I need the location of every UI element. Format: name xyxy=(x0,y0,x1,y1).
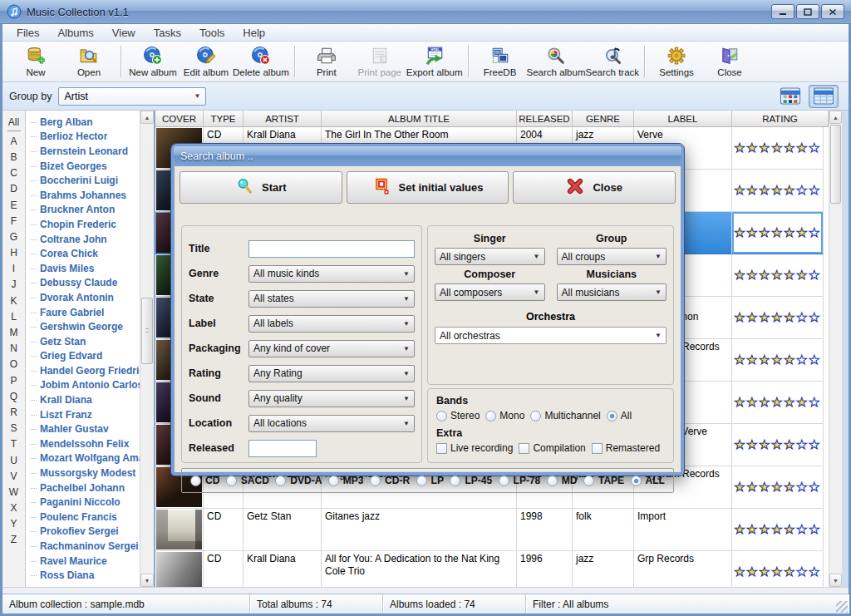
artist-list-item[interactable]: Mahler Gustav xyxy=(26,421,140,436)
artist-list-item[interactable]: Berlioz Hector xyxy=(26,130,140,145)
alphabet-item-d[interactable]: D xyxy=(10,181,17,197)
alphabet-item-w[interactable]: W xyxy=(9,484,18,500)
bands-option-all[interactable]: All xyxy=(607,410,632,421)
alphabet-item-r[interactable]: R xyxy=(10,404,17,420)
media-option-md[interactable]: MD xyxy=(547,475,578,486)
media-option-tape[interactable]: TAPE xyxy=(583,475,624,486)
media-option-cd-r[interactable]: CD-R xyxy=(370,475,410,486)
artist-list-item[interactable]: Brahms Johannes xyxy=(26,188,140,203)
bands-option-stereo[interactable]: Stereo xyxy=(436,410,480,421)
artist-list-item[interactable]: Chopin Frederic xyxy=(26,217,140,232)
scroll-up-icon[interactable]: ▲ xyxy=(829,111,842,124)
artist-list-item[interactable]: Poulenc Francis xyxy=(26,510,140,525)
scroll-down-icon[interactable]: ▼ xyxy=(829,574,842,587)
artist-list-item[interactable]: Pachelbel Johann xyxy=(26,480,140,495)
artist-list-item[interactable]: Berg Alban xyxy=(26,115,140,130)
alphabet-item-o[interactable]: O xyxy=(10,357,17,372)
alphabet-item-j[interactable]: J xyxy=(12,277,17,293)
alphabet-item-m[interactable]: M xyxy=(10,324,18,340)
sound-dropdown[interactable]: Any quality▼ xyxy=(248,390,415,407)
close-button[interactable]: Close xyxy=(703,42,756,81)
scroll-up-icon[interactable]: ▲ xyxy=(140,111,154,124)
alphabet-item-z[interactable]: Z xyxy=(11,532,17,548)
column-header-label[interactable]: LABEL xyxy=(634,111,732,127)
maximize-button[interactable] xyxy=(796,4,819,19)
artist-list-item[interactable]: Corea Chick xyxy=(26,246,140,261)
alphabet-item-a[interactable]: A xyxy=(10,133,17,149)
media-option-mp3[interactable]: MP3 xyxy=(328,475,364,486)
extra-option-live-recording[interactable]: Live recording xyxy=(436,442,513,454)
column-header-released[interactable]: RELEASED xyxy=(517,111,573,127)
artist-list-item[interactable]: Prokofiev Sergei xyxy=(26,525,140,540)
location-dropdown[interactable]: All locations▼ xyxy=(248,415,415,432)
column-header-album-title[interactable]: ALBUM TITLE xyxy=(322,111,517,127)
alphabet-item-t[interactable]: T xyxy=(11,436,17,452)
alphabet-item-f[interactable]: F xyxy=(11,213,17,229)
freedb-button[interactable]: FreeDB xyxy=(474,42,527,81)
alphabet-item-n[interactable]: N xyxy=(10,341,17,357)
new-button[interactable]: New xyxy=(9,42,62,81)
artist-list-item[interactable]: Davis Miles xyxy=(26,261,140,276)
artist-list-item[interactable]: Grieg Edvard xyxy=(26,349,140,364)
artist-list-item[interactable]: Jobim Antonio Carlos xyxy=(26,378,140,393)
export-album-button[interactable]: HTMLExport album xyxy=(406,42,463,81)
table-row[interactable]: CDKrall DianaAll for You: A Dedication t… xyxy=(155,551,829,587)
alphabet-item-all[interactable]: All xyxy=(8,114,19,130)
dialog-set-initial-values-button[interactable]: Set initial values xyxy=(347,171,509,204)
settings-button[interactable]: Settings xyxy=(650,42,703,81)
artist-list-item[interactable]: Bernstein Leonard xyxy=(26,144,140,159)
menu-item-albums[interactable]: Albums xyxy=(48,25,102,41)
resize-grip[interactable] xyxy=(836,601,848,613)
menu-item-help[interactable]: Help xyxy=(234,25,274,41)
scroll-down-icon[interactable]: ▼ xyxy=(140,574,154,587)
group-dropdown[interactable]: All croups▼ xyxy=(557,248,667,265)
alphabet-item-s[interactable]: S xyxy=(10,421,17,436)
search-album-button[interactable]: Search album xyxy=(527,42,586,81)
table-row[interactable]: CDGetz StanGitanes jazz1998folkImport★★★… xyxy=(155,509,829,551)
singer-dropdown[interactable]: All singers▼ xyxy=(435,248,545,265)
artist-list-item[interactable]: Krall Diana xyxy=(26,392,140,407)
artist-list-item[interactable]: Rachmaninov Sergei xyxy=(26,539,140,554)
view-table-button[interactable] xyxy=(809,85,839,108)
alphabet-item-e[interactable]: E xyxy=(10,197,17,213)
alphabet-item-x[interactable]: X xyxy=(10,500,17,516)
alphabet-item-i[interactable]: I xyxy=(12,261,15,277)
orchestra-dropdown[interactable]: All orchestras ▼ xyxy=(435,327,667,344)
open-button[interactable]: Open xyxy=(62,42,116,81)
alphabet-item-h[interactable]: H xyxy=(10,245,17,261)
genre-dropdown[interactable]: All music kinds▼ xyxy=(248,265,415,283)
group-by-dropdown[interactable]: Artist ▼ xyxy=(58,87,206,106)
column-header-genre[interactable]: GENRE xyxy=(573,111,634,127)
artist-list-item[interactable]: Mussorgsky Modest xyxy=(26,466,140,480)
search-track-button[interactable]: Search track xyxy=(586,42,640,81)
alphabet-item-p[interactable]: P xyxy=(10,372,17,388)
close-window-button[interactable] xyxy=(821,4,844,19)
artist-list-item[interactable]: Debussy Claude xyxy=(26,276,140,291)
artist-list-item[interactable]: Liszt Franz xyxy=(26,407,140,422)
artist-list-item[interactable]: Faure Gabriel xyxy=(26,305,140,320)
media-option-lp-45[interactable]: LP-45 xyxy=(450,475,492,486)
menu-item-tasks[interactable]: Tasks xyxy=(145,25,190,41)
delete-album-button[interactable]: Delete album xyxy=(233,42,289,81)
alphabet-item-l[interactable]: L xyxy=(11,308,17,324)
artist-list-item[interactable]: Ravel Maurice xyxy=(26,554,140,569)
artist-list-item[interactable]: Dvorak Antonin xyxy=(26,290,140,305)
media-option-all[interactable]: ALL xyxy=(631,475,665,486)
artist-list-item[interactable]: Getz Stan xyxy=(26,334,140,349)
table-scrollbar[interactable]: ▲ ▼ xyxy=(829,111,842,587)
print-page-button[interactable]: Print page xyxy=(353,42,406,81)
packaging-dropdown[interactable]: Any kind of cover▼ xyxy=(248,340,415,357)
minimize-button[interactable] xyxy=(771,4,794,19)
column-header-type[interactable]: TYPE xyxy=(204,111,243,127)
released-input[interactable] xyxy=(248,440,317,457)
alphabet-item-c[interactable]: C xyxy=(10,165,17,181)
state-dropdown[interactable]: All states▼ xyxy=(248,290,415,308)
media-option-sacd[interactable]: SACD xyxy=(226,475,269,486)
artist-list-item[interactable]: Gershwin George xyxy=(26,319,140,334)
view-thumbnails-button[interactable] xyxy=(775,85,805,108)
alphabet-item-q[interactable]: Q xyxy=(10,388,17,404)
extra-option-remastered[interactable]: Remastered xyxy=(592,442,660,454)
new-album-button[interactable]: New album xyxy=(126,42,180,81)
artist-list-item[interactable]: Paganini Niccolo xyxy=(26,495,140,510)
artist-list-scrollbar[interactable]: ▲ ▼ xyxy=(140,111,154,587)
